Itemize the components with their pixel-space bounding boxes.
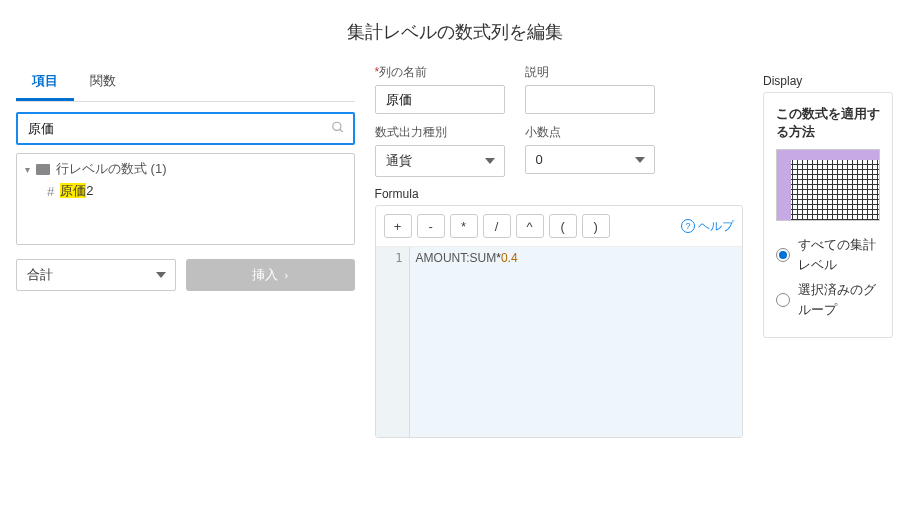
op-divide-button[interactable]: / bbox=[483, 214, 511, 238]
tab-items[interactable]: 項目 bbox=[16, 64, 74, 101]
search-wrapper bbox=[16, 112, 355, 145]
chevron-right-icon: › bbox=[284, 269, 288, 281]
input-column-name[interactable] bbox=[375, 85, 505, 114]
label-output-type: 数式出力種別 bbox=[375, 124, 505, 141]
tabs: 項目 関数 bbox=[16, 64, 355, 102]
chevron-down-icon: ▾ bbox=[25, 164, 30, 175]
label-description: 説明 bbox=[525, 64, 655, 81]
code-editor[interactable]: 1 AMOUNT:SUM*0.4 bbox=[376, 247, 742, 437]
search-input[interactable] bbox=[16, 112, 355, 145]
label-decimal: 小数点 bbox=[525, 124, 655, 141]
op-lparen-button[interactable]: ( bbox=[549, 214, 577, 238]
table-preview-icon bbox=[776, 149, 880, 221]
formula-toolbar: + - * / ^ ( ) ? ヘルプ bbox=[376, 206, 742, 247]
display-title: この数式を適用する方法 bbox=[776, 105, 880, 141]
display-box: この数式を適用する方法 すべての集計レベル 選択済みのグループ bbox=[763, 92, 893, 338]
center-panel: *列の名前 説明 数式出力種別 通貨 小数点 bbox=[375, 64, 743, 438]
radio-selected-groups[interactable]: 選択済みのグループ bbox=[776, 280, 880, 319]
help-icon: ? bbox=[681, 219, 695, 233]
formula-box: + - * / ^ ( ) ? ヘルプ 1 AMOUNT:SUM*0.4 bbox=[375, 205, 743, 438]
gutter: 1 bbox=[376, 247, 410, 437]
op-rparen-button[interactable]: ) bbox=[582, 214, 610, 238]
aggregation-select[interactable]: 合計 bbox=[16, 259, 176, 291]
op-power-button[interactable]: ^ bbox=[516, 214, 544, 238]
label-column-name: *列の名前 bbox=[375, 64, 505, 81]
radio-icon bbox=[776, 293, 790, 307]
field-tree[interactable]: ▾ 行レベルの数式 (1) # 原価2 bbox=[16, 153, 355, 245]
help-link[interactable]: ? ヘルプ bbox=[681, 218, 734, 235]
svg-line-1 bbox=[339, 129, 342, 132]
output-type-select[interactable]: 通貨 bbox=[375, 145, 505, 177]
right-panel: Display この数式を適用する方法 すべての集計レベル 選択済みのグループ bbox=[763, 64, 893, 438]
display-section-label: Display bbox=[763, 74, 893, 88]
input-description[interactable] bbox=[525, 85, 655, 114]
decimal-select[interactable]: 0 bbox=[525, 145, 655, 174]
insert-button[interactable]: 挿入 › bbox=[186, 259, 355, 291]
tree-item-genka2[interactable]: # 原価2 bbox=[47, 182, 346, 200]
folder-icon bbox=[36, 164, 50, 175]
radio-all-levels[interactable]: すべての集計レベル bbox=[776, 235, 880, 274]
aggregation-value: 合計 bbox=[16, 259, 176, 291]
number-icon: # bbox=[47, 184, 54, 199]
svg-point-0 bbox=[332, 122, 340, 130]
formula-section-label: Formula bbox=[375, 187, 743, 201]
code-area[interactable]: AMOUNT:SUM*0.4 bbox=[410, 247, 742, 437]
tree-item-label: 原価2 bbox=[60, 182, 93, 200]
op-multiply-button[interactable]: * bbox=[450, 214, 478, 238]
page-title: 集計レベルの数式列を編集 bbox=[16, 10, 893, 64]
search-icon bbox=[331, 120, 345, 137]
left-panel: 項目 関数 ▾ 行レベルの数式 (1) # 原価2 bbox=[16, 64, 355, 438]
tree-group-row-formulas[interactable]: ▾ 行レベルの数式 (1) bbox=[25, 160, 346, 178]
tree-group-label: 行レベルの数式 (1) bbox=[56, 160, 167, 178]
op-plus-button[interactable]: + bbox=[384, 214, 412, 238]
tab-functions[interactable]: 関数 bbox=[74, 64, 132, 101]
op-minus-button[interactable]: - bbox=[417, 214, 445, 238]
radio-icon bbox=[776, 248, 790, 262]
